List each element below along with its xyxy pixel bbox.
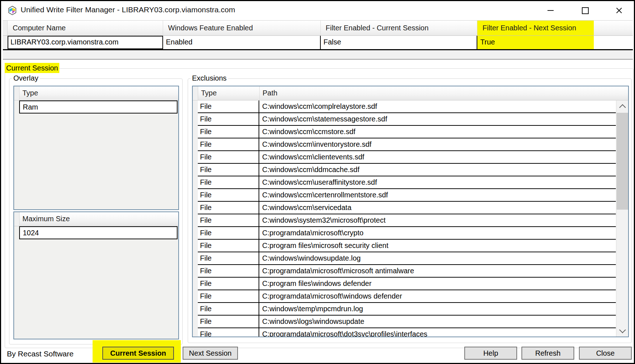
- maximize-icon: [582, 7, 589, 14]
- table-row[interactable]: FileC:windows\ccm\ccmstore.sdf: [198, 126, 616, 138]
- table-row[interactable]: FileC:windows\ccm\clientevents.sdf: [198, 151, 616, 164]
- row-header-strip: [14, 212, 20, 226]
- cell-path: C:programdata\microsoft\dot3svc\profiles…: [259, 328, 616, 337]
- cell-type: File: [198, 252, 259, 264]
- cell-type: File: [198, 189, 259, 201]
- column-header-path[interactable]: Path: [260, 86, 277, 100]
- close-button[interactable]: Close: [579, 347, 632, 360]
- exclusions-grid-header: Type Path: [193, 86, 628, 100]
- cell-path: C:programdata\microsoft\crypto: [259, 227, 616, 239]
- highlight-next-session-value: True: [477, 36, 594, 49]
- chevron-up-icon: [619, 104, 626, 111]
- table-row[interactable]: FileC:windows\logs\windowsupdate: [198, 316, 616, 328]
- row-header-strip: [193, 86, 198, 100]
- highlight-next-session-header: Filter Enabled - Next Session: [477, 21, 594, 35]
- cell-path: C:windows\ccm\ccmstore.sdf: [259, 126, 616, 138]
- size-grid-header: Maximum Size: [14, 212, 178, 226]
- next-session-button[interactable]: Next Session: [183, 347, 238, 360]
- cell-path: C:windows\ccm\useraffinitystore.sdf: [259, 176, 616, 188]
- table-row[interactable]: FileC:programdata\microsoft\microsoft an…: [198, 265, 616, 278]
- chevron-down-icon: [619, 326, 626, 333]
- cell-type: File: [198, 303, 259, 315]
- cell-path: C:windows\ccm\statemessagestore.sdf: [259, 113, 616, 125]
- cell-path: C:windows\ccm\ddmcache.sdf: [259, 164, 616, 176]
- type-grid-header: Type: [14, 86, 178, 100]
- cell-path: C:windows\logs\windowsupdate: [259, 316, 616, 327]
- cell-path: C:program files\microsoft security clien…: [259, 240, 616, 252]
- help-button[interactable]: Help: [464, 347, 517, 360]
- info-grid-header: Computer Name Windows Feature Enabled Fi…: [3, 20, 633, 36]
- table-row[interactable]: FileC:programdata\microsoft\dot3svc\prof…: [198, 328, 616, 337]
- column-header-maximum-size[interactable]: Maximum Size: [20, 212, 70, 226]
- cell-path: C:program files\windows defender: [259, 278, 616, 290]
- cell-type: File: [198, 316, 259, 327]
- column-header-type[interactable]: Type: [198, 86, 260, 100]
- table-row[interactable]: FileC:program files\windows defender: [198, 278, 616, 290]
- current-session-button[interactable]: Current Session: [102, 347, 174, 360]
- cell-type: File: [198, 126, 259, 138]
- cell-type: File: [198, 240, 259, 252]
- cell-path: C:windows\windowsupdate.log: [259, 252, 616, 264]
- column-header-computer-name[interactable]: Computer Name: [8, 21, 163, 35]
- overlay-size-cell[interactable]: 1024: [19, 226, 178, 239]
- cell-type: File: [198, 113, 259, 125]
- overlay-type-grid: Type Ram: [13, 86, 179, 210]
- overlay-size-grid: Maximum Size 1024: [13, 211, 179, 339]
- current-session-panel-label: Current Session: [5, 63, 59, 73]
- row-header-strip: [193, 100, 198, 337]
- app-icon: [8, 6, 17, 15]
- exclusions-grid: Type Path FileC:windows\ccm\complrelayst…: [192, 86, 629, 337]
- vertical-scrollbar[interactable]: [616, 100, 628, 337]
- cell-type: File: [198, 100, 259, 112]
- credit-text: By Recast Software: [7, 347, 73, 360]
- cell-path: C:programdata\microsoft\microsoft antima…: [259, 265, 616, 277]
- cell-path: C:windows\temp\mpcmdrun.log: [259, 303, 616, 315]
- close-window-button[interactable]: [608, 3, 630, 18]
- table-row[interactable]: FileC:windows\ccm\certenrollmentstore.sd…: [198, 189, 616, 202]
- refresh-button[interactable]: Refresh: [521, 347, 574, 360]
- minimize-button[interactable]: [539, 3, 562, 18]
- table-row[interactable]: FileC:windows\ccm\useraffinitystore.sdf: [198, 176, 616, 189]
- row-header-strip: [3, 36, 8, 49]
- column-header-feature-enabled[interactable]: Windows Feature Enabled: [163, 21, 321, 35]
- cell-type: File: [198, 265, 259, 277]
- overlay-type-cell[interactable]: Ram: [19, 100, 178, 114]
- computer-row[interactable]: LIBRARY03.corp.viamonstra.com Enabled Fa…: [3, 36, 633, 50]
- exclusions-group-label: Exclusions: [191, 73, 228, 83]
- table-row[interactable]: FileC:windows\windowsupdate.log: [198, 252, 616, 265]
- cell-feature-enabled[interactable]: Enabled: [163, 36, 321, 49]
- cell-path: C:windows\system32\microsoft\protect: [259, 214, 616, 226]
- cell-filter-current[interactable]: False: [321, 36, 478, 49]
- scroll-up-button[interactable]: [617, 100, 628, 112]
- maximize-button[interactable]: [574, 3, 596, 18]
- cell-path: C:windows\ccm\certenrollmentstore.sdf: [259, 189, 616, 201]
- column-header-type[interactable]: Type: [20, 86, 38, 100]
- scroll-down-button[interactable]: [617, 325, 628, 337]
- cell-type: File: [198, 227, 259, 239]
- column-header-filter-current[interactable]: Filter Enabled - Current Session: [321, 21, 478, 35]
- table-row[interactable]: FileC:windows\temp\mpcmdrun.log: [198, 303, 616, 316]
- row-header-strip: [3, 21, 8, 35]
- table-row[interactable]: FileC:windows\system32\microsoft\protect: [198, 214, 616, 227]
- scrollbar-thumb[interactable]: [617, 113, 628, 210]
- cell-filter-next[interactable]: True: [477, 36, 633, 49]
- table-row[interactable]: FileC:windows\ccm\complrelaystore.sdf: [198, 100, 616, 113]
- cell-computer-name[interactable]: LIBRARY03.corp.viamonstra.com: [8, 36, 163, 49]
- table-row[interactable]: FileC:programdata\microsoft\windows defe…: [198, 290, 616, 303]
- close-icon: [616, 7, 622, 14]
- cell-path: C:windows\ccm\clientevents.sdf: [259, 151, 616, 163]
- table-row[interactable]: FileC:windows\ccm\statemessagestore.sdf: [198, 113, 616, 126]
- table-row[interactable]: FileC:program files\microsoft security c…: [198, 240, 616, 252]
- cell-path: C:windows\ccm\servicedata: [259, 202, 616, 214]
- table-row[interactable]: FileC:programdata\microsoft\crypto: [198, 227, 616, 240]
- cell-path: C:programdata\microsoft\windows defender: [259, 290, 616, 302]
- exclusions-body: FileC:windows\ccm\complrelaystore.sdfFil…: [198, 100, 616, 337]
- table-row[interactable]: FileC:windows\ccm\inventorystore.sdf: [198, 138, 616, 151]
- column-header-filter-next[interactable]: Filter Enabled - Next Session: [477, 21, 633, 35]
- cell-type: File: [198, 328, 259, 337]
- app-window: Unified Write Filter Manager - LIBRARY03…: [0, 0, 635, 364]
- table-row[interactable]: FileC:windows\ccm\servicedata: [198, 202, 616, 214]
- table-row[interactable]: FileC:windows\ccm\ddmcache.sdf: [198, 164, 616, 176]
- cell-path: C:windows\ccm\complrelaystore.sdf: [259, 100, 616, 112]
- cell-type: File: [198, 290, 259, 302]
